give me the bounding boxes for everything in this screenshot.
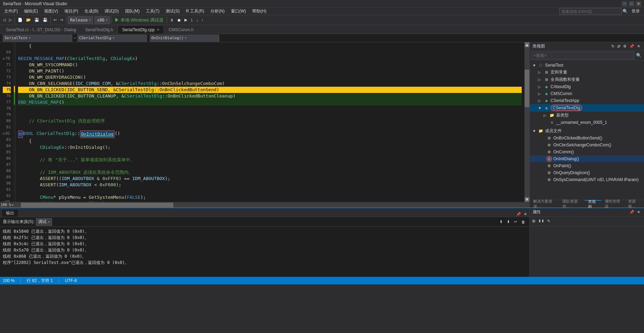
tree-item-cserialtestapp[interactable]: ▷ ◈ CSerialTestApp [530,97,644,104]
method-dropdown[interactable]: OnInitDialog() ▾ [150,35,219,42]
menu-debug[interactable]: 调试(D) [102,8,122,15]
tree-item-cmscomm[interactable]: ▷ ◈ CMSComm [530,90,644,97]
settings-icon[interactable]: ⚙ [622,44,628,49]
tree-item-base-types[interactable]: ▷ 📁 基类型 [530,112,644,119]
tab-solution-explorer[interactable]: 解决方案资源... [530,200,559,207]
new-file-button[interactable]: 📄 [16,17,24,23]
menu-window[interactable]: 窗口(W) [228,8,249,15]
tree-expand-icon[interactable]: ▷ [544,113,548,117]
output-word-wrap-button[interactable]: ↵ [513,219,519,225]
panel-close-icon[interactable]: ✕ [636,44,641,49]
tab-team-explorer[interactable]: 团队资源管... [559,200,585,207]
tree-item-enum[interactable]: ≡ __unnamed_enum_0005_1 [530,119,644,126]
menu-file[interactable]: 文件(F) [1,8,20,15]
output-scroll-up-button[interactable]: ⬆ [498,219,504,225]
scroll-track[interactable] [525,47,529,197]
tree-item-onquerydragicon[interactable]: ⚙ OnQueryDragIcon() [530,169,644,176]
forward-button[interactable]: ▷ [8,17,13,23]
run-button[interactable]: ▶ 本地 Windows 调试器 [113,16,165,24]
tab-serialtestdlg-h[interactable]: SerialTestDlg.h [81,25,118,34]
menu-test[interactable]: 测试(S) [163,8,182,15]
menu-help[interactable]: 帮助(H) [249,8,269,15]
menu-rtools[interactable]: R 工具(R) [183,8,207,15]
h-scroll-track[interactable] [21,203,529,207]
tree-expand-icon[interactable]: ▷ [538,92,542,96]
tree-item-globals[interactable]: ▷ ⊞ 全局函数和变量 [530,76,644,83]
platform-dropdown[interactable]: x86 ▾ [94,16,110,24]
scroll-thumb[interactable] [525,70,529,107]
output-scroll-down-button[interactable]: ⬇ [505,219,511,225]
menu-project[interactable]: 项目(P) [61,8,81,15]
undo-button[interactable]: ↩ [52,17,58,23]
tree-expand-icon[interactable]: ▼ [532,129,537,133]
tree-expand-icon[interactable]: ▷ [538,99,542,103]
menu-view[interactable]: 视图(V) [41,8,61,15]
properties-pin-icon[interactable]: 📌 [628,210,635,215]
tab-close-icon[interactable]: ✕ [157,28,159,32]
tree-item-oncbnselchange[interactable]: ⚙ OnCbnSelchangeComboCom() [530,142,644,148]
debug-btn-2[interactable]: ⏹ [176,17,182,23]
tab-property-manager[interactable]: 属性管理器 [601,200,625,207]
login-button[interactable]: 登录 [629,8,643,15]
code-lines[interactable]: { BEGIN_MESSAGE_MAP(CSerialTestDlg, CDia… [15,42,525,202]
tree-item-oncomm[interactable]: ⚙ OnComm() [530,148,644,155]
tree-item-onpaint[interactable]: ⚙ OnPaint() [530,162,644,169]
tab-cmscomm-h[interactable]: CMSComm.h [164,25,198,34]
class-search-button[interactable]: 🔍 [635,52,643,59]
tree-expand-icon[interactable]: ▼ [538,106,542,110]
tree-item-macros[interactable]: ▷ ⊞ 宏和常量 [530,69,644,76]
zoom-control[interactable]: 100 % ▾ [0,203,21,207]
output-close-icon[interactable]: ✕ [523,212,528,217]
vertical-scrollbar[interactable]: ▲ ▼ [525,42,529,202]
sync-icon[interactable]: ⇄ [616,44,621,49]
tree-item-onsyscommand[interactable]: ⚙ OnSysCommand(UINT nID, LPARAM lParam) [530,176,644,183]
tree-item-cserialtestdlg[interactable]: ▼ ◈ CSerialTestDlg [530,104,644,112]
menu-team[interactable]: 团队(M) [122,8,142,15]
properties-grid-icon[interactable]: ⊞ [531,219,536,224]
maximize-button[interactable]: □ [629,1,634,7]
output-source-dropdown[interactable]: 调试 ▾ [36,218,52,226]
tab-class-view[interactable]: 类视图 [585,200,601,207]
menu-edit[interactable]: 编辑(E) [21,8,41,15]
step-out-button[interactable]: ↑ [200,17,205,23]
tree-expand-icon[interactable]: ▷ [538,70,542,74]
properties-custom-icon[interactable]: ✎ [546,219,551,224]
menu-build[interactable]: 生成(B) [82,8,101,15]
tree-expand-icon[interactable]: ▼ [532,63,537,67]
debug-btn-3[interactable]: ▶ [183,17,189,23]
output-clear-button[interactable]: 🗑 [520,219,527,225]
tree-item-members-header[interactable]: ▼ 📁 成员文件 [530,127,644,135]
save-button[interactable]: 💾 [33,17,41,23]
tree-item-onbnclicked-send[interactable]: ⚙ OnBnClickedButtonSend() [530,135,644,142]
debug-btn-1[interactable]: ⏸ [168,17,175,23]
fold-marker-70[interactable]: ⊟ [3,56,5,62]
output-pin-icon[interactable]: 📌 [515,212,522,217]
configuration-dropdown[interactable]: Release ▾ [68,16,93,24]
menu-tools[interactable]: 工具(T) [143,8,162,15]
minimize-button[interactable]: ─ [622,1,627,7]
fold-marker-82[interactable]: ⊟ [3,130,5,137]
tree-project-root[interactable]: ▼ ⬡ SerialTest [530,62,644,69]
step-into-button[interactable]: ↓ [195,17,200,23]
quick-search-input[interactable] [559,8,622,15]
tab-resource-view[interactable]: 资源视... [625,200,644,207]
redo-button[interactable]: ↪ [59,17,65,23]
tab-serialtest-rc[interactable]: SerialTest.rc - I...ST_DIALOG - Dialog [1,25,81,34]
tab-output[interactable]: 输出 [1,209,19,217]
scroll-down-button[interactable]: ▼ [525,197,529,202]
fold-marker-93[interactable]: ⊟ [3,199,5,202]
project-dropdown[interactable]: SerialTest ▾ [3,35,72,42]
class-dropdown[interactable]: CSerialTestDlg ▾ [77,35,147,42]
save-all-button[interactable]: 💾 [41,17,49,23]
properties-sort-icon[interactable]: ⬆⬇ [537,219,545,224]
panel-pin-icon[interactable]: 📌 [628,44,635,49]
step-over-button[interactable]: ⤵ [189,17,194,23]
h-scroll-thumb[interactable] [21,203,173,207]
close-button[interactable]: ✕ [636,1,641,7]
menu-analyze[interactable]: 分析(N) [208,8,228,15]
zoom-dropdown-icon[interactable]: ▾ [12,203,14,207]
tab-serialtestdlg-cpp[interactable]: SerialTestDlg.cpp ✕ [118,25,164,34]
tree-item-caboutdlg[interactable]: ▷ ◈ CAboutDlg [530,83,644,90]
properties-close-icon[interactable]: ✕ [636,210,641,215]
class-search-input[interactable] [531,52,634,59]
